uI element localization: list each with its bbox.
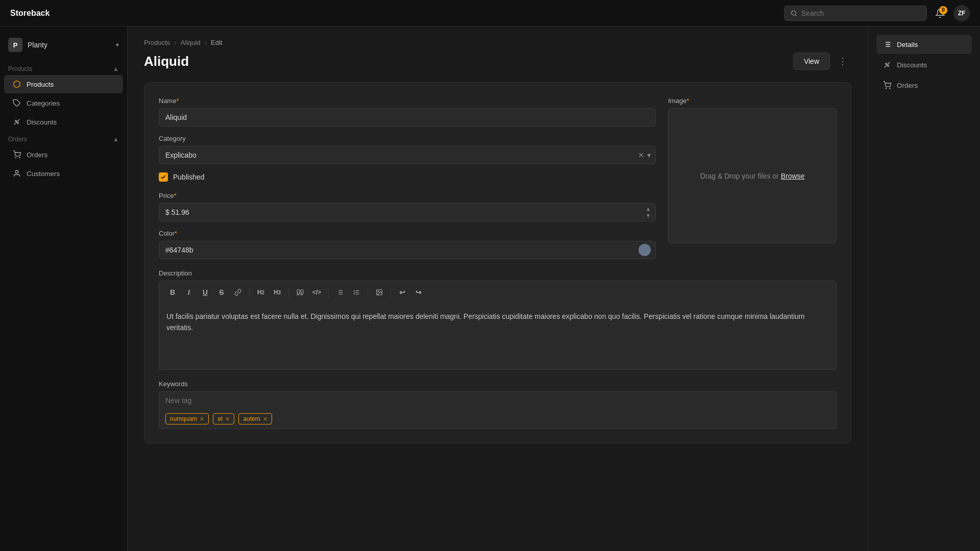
bold-button[interactable]: B (165, 285, 180, 299)
sidebar-item-customers[interactable]: Customers (4, 164, 123, 183)
store-name: Planty (28, 41, 111, 49)
svg-point-3 (15, 120, 17, 122)
layout: P Planty ▾ Products ▲ Products Categorie… (0, 27, 980, 551)
more-options-button[interactable]: ⋮ (834, 54, 851, 69)
name-input[interactable] (159, 108, 656, 127)
name-required: * (177, 97, 179, 105)
page-header-actions: View ⋮ (793, 53, 851, 70)
price-required: * (174, 192, 177, 199)
strikethrough-button[interactable]: S (214, 285, 229, 299)
breadcrumb-aliquid[interactable]: Aliquid (181, 39, 201, 46)
description-section: Description B I U S H2 H3 </> (159, 269, 837, 370)
toolbar-divider-5 (390, 287, 391, 297)
sidebar-item-categories[interactable]: Categories (4, 94, 123, 112)
view-button[interactable]: View (793, 53, 830, 70)
sidebar-label-categories: Categories (27, 99, 60, 107)
color-label: Color* (159, 230, 656, 237)
ul-button[interactable] (333, 285, 347, 299)
page-header: Aliquid View ⋮ (144, 53, 851, 70)
toolbar-divider-2 (288, 287, 289, 297)
undo-button[interactable]: ↩ (395, 285, 409, 299)
image-button[interactable] (372, 285, 386, 299)
tag-label: numquam (170, 415, 197, 422)
store-selector[interactable]: P Planty ▾ (0, 33, 127, 57)
store-avatar: P (8, 38, 22, 52)
price-input-wrapper: ▲ ▼ (159, 203, 656, 221)
right-panel-details[interactable]: Details (876, 35, 972, 54)
sidebar-item-products[interactable]: Products (4, 75, 123, 93)
sidebar-label-orders: Orders (27, 151, 47, 159)
breadcrumb: Products › Aliquid › Edit (144, 39, 851, 46)
user-icon (12, 169, 21, 178)
breadcrumb-sep-1: › (174, 39, 176, 46)
price-up-icon[interactable]: ▲ (646, 206, 651, 212)
svg-point-19 (378, 291, 379, 292)
price-down-icon[interactable]: ▼ (646, 213, 651, 218)
code-button[interactable]: </> (309, 285, 324, 299)
underline-button[interactable]: U (198, 285, 212, 299)
orders-section-collapse[interactable]: ▲ (113, 136, 119, 143)
search-input[interactable] (801, 9, 920, 17)
svg-point-26 (886, 63, 887, 65)
published-checkbox[interactable] (159, 172, 168, 182)
right-panel: Details Discounts Orders (868, 27, 980, 551)
app-logo: Storeback (10, 9, 50, 18)
tag-autem: autem ✕ (238, 413, 272, 424)
svg-line-28 (885, 62, 890, 68)
user-avatar[interactable]: ZF (953, 5, 970, 21)
description-label: Description (159, 269, 837, 277)
breadcrumb-products[interactable]: Products (144, 39, 170, 46)
keywords-input[interactable] (159, 391, 837, 409)
notification-button[interactable]: 0 (935, 8, 945, 18)
tag-remove-numquam[interactable]: ✕ (200, 416, 204, 422)
ol-button[interactable] (349, 285, 363, 299)
link-button[interactable] (231, 285, 245, 299)
category-select-wrapper: Explicabo ✕ ▾ (159, 146, 656, 164)
shopping-cart-icon (12, 150, 21, 159)
percent-icon (12, 117, 21, 127)
tag-remove-et[interactable]: ✕ (225, 416, 230, 422)
svg-line-1 (795, 14, 796, 15)
redo-button[interactable]: ↪ (411, 285, 426, 299)
price-input[interactable] (159, 203, 656, 221)
name-label: Name* (159, 97, 656, 105)
toolbar-divider-3 (328, 287, 329, 297)
price-label: Price* (159, 192, 656, 199)
sidebar-item-orders[interactable]: Orders (4, 145, 123, 164)
keywords-tags: numquam ✕ et ✕ autem ✕ (159, 409, 837, 429)
browse-link[interactable]: Browse (781, 172, 805, 180)
image-upload-area[interactable]: Drag & Drop your files or Browse (668, 108, 837, 243)
image-label: Image* (668, 97, 837, 105)
quote-button[interactable] (293, 285, 307, 299)
h2-button[interactable]: H2 (254, 285, 268, 299)
sidebar-label-customers: Customers (27, 170, 60, 178)
right-panel-orders[interactable]: Orders (876, 76, 972, 95)
image-col: Image* Drag & Drop your files or Browse (668, 97, 837, 259)
svg-point-6 (15, 157, 16, 158)
tag-remove-autem[interactable]: ✕ (263, 416, 267, 422)
right-panel-discounts[interactable]: Discounts (876, 55, 972, 74)
description-editor[interactable]: Ut facilis pariatur voluptas est facere … (159, 304, 837, 370)
keywords-section: Keywords numquam ✕ et ✕ autem ✕ (159, 380, 837, 429)
search-bar[interactable] (784, 6, 927, 21)
category-select[interactable]: Explicabo (159, 146, 656, 164)
products-section-label: Products ▲ (0, 61, 127, 74)
dropdown-icon[interactable]: ▾ (647, 151, 651, 159)
name-image-row: Name* Category Explicabo ✕ ▾ (159, 97, 837, 259)
tag-label: et (217, 415, 223, 422)
orders-panel-icon (883, 81, 892, 90)
topbar: Storeback 0 ZF (0, 0, 980, 27)
clear-icon[interactable]: ✕ (638, 151, 644, 159)
color-input[interactable] (159, 241, 656, 259)
notification-badge: 0 (939, 6, 947, 14)
svg-point-27 (888, 65, 889, 67)
editor-toolbar: B I U S H2 H3 </> (159, 281, 837, 304)
sidebar-item-discounts[interactable]: Discounts (4, 113, 123, 131)
tag-label: autem (243, 415, 260, 422)
select-controls: ✕ ▾ (638, 151, 651, 159)
chevron-down-icon: ▾ (116, 41, 119, 48)
italic-button[interactable]: I (182, 285, 196, 299)
products-section-collapse[interactable]: ▲ (113, 65, 119, 72)
h3-button[interactable]: H3 (270, 285, 284, 299)
color-swatch[interactable] (639, 244, 651, 256)
